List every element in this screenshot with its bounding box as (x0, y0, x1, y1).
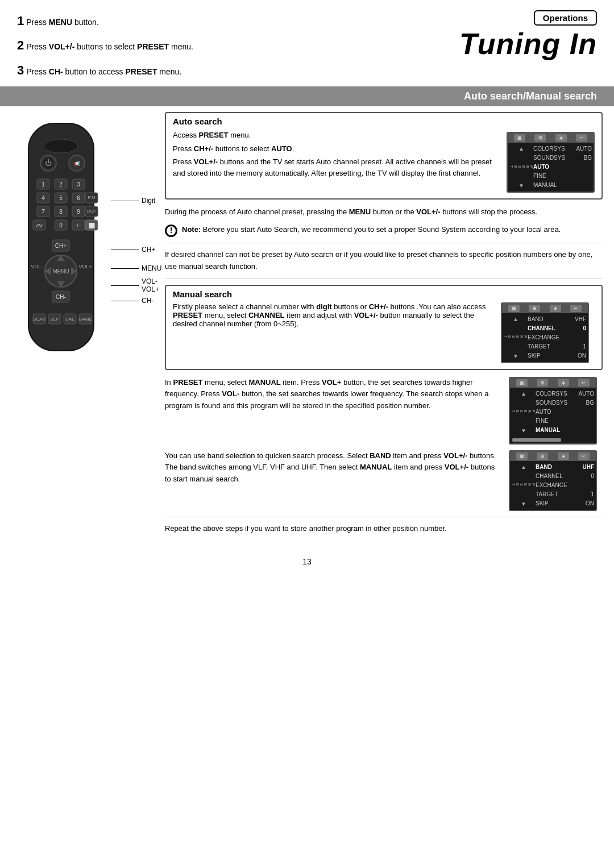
menu-item-skip-band: SKIPON (536, 499, 594, 508)
arrow-down-band: ▼ (521, 501, 526, 507)
svg-text:CH+: CH+ (55, 243, 67, 249)
svg-text:5: 5 (59, 195, 63, 201)
arrow-up-m2: ▲ (521, 391, 526, 397)
tv-icon-band-1: ▦ (516, 452, 528, 460)
tv-icon-m2-4: ↩ (578, 379, 590, 387)
auto-search-box: Auto search Access PRESET menu. Press CH… (165, 112, 603, 200)
manual-search-content-1: Firstly please select a channel number w… (173, 302, 595, 363)
svg-text:2: 2 (59, 181, 63, 188)
svg-text:📢: 📢 (74, 160, 81, 167)
vol-plus-label: VOL+ (142, 285, 159, 293)
svg-text:-/--: -/-- (75, 223, 82, 229)
step-2: 2 Press VOL+/- buttons to select PRESET … (17, 35, 193, 56)
tv-icon-m1-4: ↩ (570, 305, 582, 312)
preset-display-manual2: ▦ ⊞ ◈ ↩ ▲ PRESET ▼ COLORSYSAUT (509, 377, 597, 445)
tv-icon-2: ⊞ (534, 134, 546, 142)
page-header: 1 Press MENU button. 2 Press VOL+/- butt… (0, 0, 614, 81)
tv-icon-m2-3: ◈ (558, 379, 569, 387)
remote-area: ⏻ 📢 1 2 3 4 5 6 P.M (11, 112, 154, 540)
svg-text:⏻: ⏻ (45, 159, 52, 167)
preset-display-band: ▦ ⊞ ◈ ↩ ▲ PRESET ▼ BANDUHF (509, 450, 597, 511)
tv-screen-band: ▦ ⊞ ◈ ↩ ▲ PRESET ▼ BANDUHF (509, 450, 603, 511)
main-content: ⏻ 📢 1 2 3 4 5 6 P.M (0, 106, 614, 546)
step-1: 1 Press MENU button. (17, 10, 193, 31)
manual-para3-content: You can use band selection to quicken se… (165, 450, 603, 511)
menu-item-auto-m2: AUTO (536, 408, 594, 417)
tv-icon-band-3: ◈ (558, 452, 569, 460)
tv-content-m2: ▲ PRESET ▼ COLORSYSAUTO SOUNDSYSBG (510, 388, 596, 437)
svg-text:CH-: CH- (56, 294, 66, 300)
arrow-down: ▼ (518, 182, 524, 189)
manual-search-box: Manual search Firstly please select a ch… (165, 285, 603, 370)
tv-menu-items-auto: COLORSYSAUTO SOUNDSYSBG AUTO FINE (533, 144, 592, 190)
ch-minus-label: CH- (142, 297, 154, 305)
manual-para3-text: You can use band selection to quicken se… (165, 450, 501, 511)
auto-search-content: Access PRESET menu. Press CH+/- buttons … (173, 130, 595, 193)
menu-item-channel: CHANNEL0 (528, 324, 586, 333)
in-between-text: If desired channel can not be preset by … (165, 249, 603, 273)
ch-plus-label: CH+ (142, 246, 155, 254)
menu-item-manual: MANUAL (533, 181, 592, 190)
step-3: 3 Press CH- button to access PRESET menu… (17, 60, 193, 81)
menu-label: MENU (142, 264, 161, 272)
preset-display-manual1: ▦ ⊞ ◈ ↩ ▲ PRESET ▼ (501, 302, 589, 363)
tv-icon-band-4: ↩ (578, 452, 590, 460)
menu-item-channel-band: CHANNEL0 (536, 472, 594, 481)
svg-text:SLP: SLP (50, 317, 59, 322)
right-content: Auto search Access PRESET menu. Press CH… (165, 112, 603, 540)
tv-content-m1: ▲ PRESET ▼ BANDVHF CHANNEL0 (502, 313, 588, 362)
auto-para-3: Press VOL+/- buttons and the TV set star… (173, 156, 500, 178)
arrow-up-m1: ▲ (513, 316, 518, 322)
svg-text:SCAN: SCAN (33, 317, 45, 322)
svg-text:⬜: ⬜ (89, 222, 96, 229)
tv-screen-manual2: ▦ ⊞ ◈ ↩ ▲ PRESET ▼ COLORSYSAUT (509, 377, 603, 445)
tv-icon-4: ↩ (576, 134, 587, 142)
menu-item-skip: SKIPON (528, 351, 586, 360)
auto-search-title: Auto search (173, 117, 595, 126)
tv-icon-3: ◈ (555, 134, 567, 142)
manual-search-para1: Firstly please select a channel number w… (173, 302, 493, 363)
page-number: 13 (0, 557, 614, 566)
auto-para-1: Access PRESET menu. (173, 130, 500, 141)
tv-arrows: ▲ PRESET ▼ (509, 144, 533, 190)
svg-text:0: 0 (59, 222, 63, 229)
tv-arrows-band: ▲ PRESET ▼ (512, 463, 536, 508)
svg-text:VOL+: VOL+ (78, 264, 92, 269)
tv-icon-m2-1: ▦ (516, 379, 528, 387)
tv-content: ▲ PRESET ▼ COLORSYSAUTO SOUNDSYSBG (508, 143, 594, 192)
menu-item-target: TARGET1 (528, 342, 586, 351)
header-steps: 1 Press MENU button. 2 Press VOL+/- butt… (17, 10, 193, 81)
menu-item-fine: FINE (533, 172, 592, 181)
separator-1 (165, 243, 603, 243)
manual-para2-text: In PRESET menu, select MANUAL item. Pres… (165, 377, 501, 445)
auto-search-text: Access PRESET menu. Press CH+/- buttons … (173, 130, 500, 193)
menu-item-target-band: TARGET1 (536, 490, 594, 499)
svg-text:DSP: DSP (87, 209, 96, 214)
tv-screen-auto: ▦ ⊞ ◈ ↩ ▲ PRESET ▼ COLORSYSAUT (507, 132, 595, 193)
menu-item-soundsys-m2: SOUNDSYSBG (536, 398, 594, 408)
menu-item-band-uhf: BANDUHF (536, 463, 594, 472)
tv-icon-m1-1: ▦ (508, 305, 520, 312)
svg-text:VOL-: VOL- (31, 264, 43, 269)
manual-para2-content: In PRESET menu, select MANUAL item. Pres… (165, 377, 603, 445)
page-title: Tuning In (459, 29, 597, 59)
during-text: During the process of Auto channel prese… (165, 206, 603, 218)
svg-text:9: 9 (77, 209, 80, 215)
svg-text:6: 6 (77, 195, 80, 201)
note-icon: ! (165, 225, 177, 237)
separator-2 (165, 279, 603, 279)
svg-text:4: 4 (42, 195, 45, 201)
preset-label-band: PRESET (512, 483, 536, 487)
svg-text:3: 3 (77, 181, 80, 188)
menu-item-manual-m2: MANUAL (536, 426, 594, 435)
menu-item-band: BANDVHF (528, 315, 586, 324)
svg-text:CAL: CAL (65, 317, 74, 322)
arrow-up: ▲ (518, 146, 524, 152)
bottom-para: Repeat the above steps if you want to st… (165, 523, 603, 535)
preset-label-m1: PRESET (504, 335, 528, 339)
menu-item-exchange-band: EXCHANGE (536, 481, 594, 490)
svg-text:7: 7 (42, 209, 45, 215)
tv-icon-m1-2: ⊞ (529, 305, 540, 312)
manual-search-title: Manual search (173, 289, 595, 299)
menu-item-fine-m2: FINE (536, 417, 594, 426)
